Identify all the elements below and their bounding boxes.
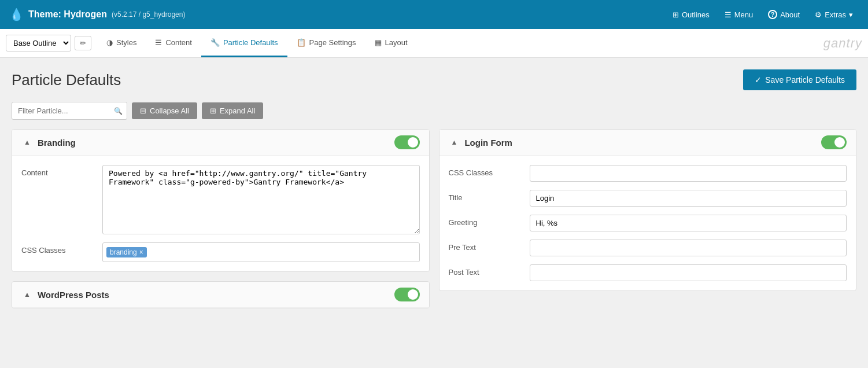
login-title-input[interactable] xyxy=(530,190,847,207)
login-pretext-input[interactable] xyxy=(530,240,847,256)
gear-icon: ⚙ xyxy=(815,10,822,19)
login-form-panel-header: ▲ Login Form xyxy=(439,130,856,156)
menu-button[interactable]: ☰ Menu xyxy=(719,7,759,23)
tab-styles-label: Styles xyxy=(116,38,136,47)
filter-row: 🔍 ⊟ Collapse All ⊞ Expand All xyxy=(12,102,856,120)
wrench-icon: 🔧 xyxy=(210,38,220,47)
outline-dropdown[interactable]: Base Outline xyxy=(6,35,71,51)
login-greeting-input[interactable] xyxy=(530,215,847,231)
login-posttext-row: Post Text xyxy=(449,264,847,281)
wordpress-posts-panel-title: WordPress Posts xyxy=(38,290,394,300)
tab-particle-defaults[interactable]: 🔧 Particle Defaults xyxy=(201,29,287,57)
panels-grid: ▲ Branding Content Powered by <a href="h… xyxy=(12,129,856,308)
up-arrow-icon-wp: ▲ xyxy=(24,290,31,299)
grid-icon: ⊞ xyxy=(673,10,679,19)
branding-content-textarea[interactable]: Powered by <a href="http://www.gantry.or… xyxy=(102,165,420,234)
login-form-panel: ▲ Login Form CSS Classes xyxy=(439,129,857,291)
wordpress-posts-toggle[interactable] xyxy=(394,288,420,301)
wordpress-posts-toggle-slider xyxy=(394,288,420,301)
branding-tag-text: branding xyxy=(110,248,137,256)
tab-styles[interactable]: ◑ Styles xyxy=(97,29,146,57)
login-greeting-row: Greeting xyxy=(449,215,847,231)
check-icon: ✓ xyxy=(755,75,762,84)
expand-all-label: Expand All xyxy=(220,106,255,115)
wordpress-posts-panel-header: ▲ WordPress Posts xyxy=(12,282,429,308)
branding-css-classes-label: CSS Classes xyxy=(21,242,102,255)
login-form-toggle[interactable] xyxy=(821,135,847,149)
collapse-all-button[interactable]: ⊟ Collapse All xyxy=(132,102,197,119)
sec-nav-tabs: ◑ Styles ☰ Content 🔧 Particle Defaults 📋… xyxy=(97,29,417,57)
branding-panel: ▲ Branding Content Powered by <a href="h… xyxy=(12,129,430,272)
branding-tag: branding × xyxy=(106,247,147,257)
extras-label: Extras xyxy=(825,10,846,19)
branding-panel-header: ▲ Branding xyxy=(12,130,429,156)
chevron-down-icon: ▾ xyxy=(849,10,853,19)
login-pretext-row: Pre Text xyxy=(449,240,847,256)
branding-content-row: Content Powered by <a href="http://www.g… xyxy=(21,165,420,234)
tab-layout-label: Layout xyxy=(385,38,408,47)
branding-content-label: Content xyxy=(21,165,102,177)
branding-collapse-button[interactable]: ▲ xyxy=(21,137,33,148)
content-icon: ☰ xyxy=(155,38,162,47)
branding-css-classes-row: CSS Classes branding × xyxy=(21,242,420,262)
gantry-logo: gantry xyxy=(823,36,862,51)
wordpress-posts-panel: ▲ WordPress Posts xyxy=(12,281,430,308)
login-title-label: Title xyxy=(449,190,530,202)
filter-input-wrapper: 🔍 xyxy=(12,102,127,120)
app-version: (v5.2.17 / g5_hydrogen) xyxy=(112,10,185,19)
login-css-classes-label: CSS Classes xyxy=(449,165,530,177)
page-icon: 📋 xyxy=(297,38,306,47)
save-button-label: Save Particle Defaults xyxy=(765,75,845,84)
about-button[interactable]: ? About xyxy=(762,6,806,23)
pencil-icon: ✏ xyxy=(80,39,86,47)
top-nav-right: ⊞ Outlines ☰ Menu ? About ⚙ Extras ▾ xyxy=(667,6,859,23)
wordpress-posts-collapse-button[interactable]: ▲ xyxy=(21,289,33,300)
page-header: Particle Defaults ✓ Save Particle Defaul… xyxy=(12,69,856,90)
expand-icon: ⊞ xyxy=(210,106,216,115)
branding-panel-title: Branding xyxy=(38,138,394,148)
main-content: Particle Defaults ✓ Save Particle Defaul… xyxy=(0,58,868,320)
about-label: About xyxy=(780,10,800,19)
login-form-panel-title: Login Form xyxy=(464,138,821,148)
top-navigation: 💧 Theme: Hydrogen (v5.2.17 / g5_hydrogen… xyxy=(0,0,868,29)
styles-icon: ◑ xyxy=(106,38,113,47)
save-particle-defaults-button[interactable]: ✓ Save Particle Defaults xyxy=(743,69,856,90)
left-column: ▲ Branding Content Powered by <a href="h… xyxy=(12,129,430,308)
expand-all-button[interactable]: ⊞ Expand All xyxy=(202,102,263,119)
login-posttext-label: Post Text xyxy=(449,264,530,277)
up-arrow-icon-lf: ▲ xyxy=(451,138,458,146)
right-column: ▲ Login Form CSS Classes xyxy=(439,129,857,308)
up-arrow-icon: ▲ xyxy=(24,138,31,146)
tab-content[interactable]: ☰ Content xyxy=(146,29,201,57)
outlines-label: Outlines xyxy=(682,10,710,19)
extras-button[interactable]: ⚙ Extras ▾ xyxy=(809,7,859,23)
app-logo: 💧 Theme: Hydrogen (v5.2.17 / g5_hydrogen… xyxy=(9,8,185,21)
edit-outline-button[interactable]: ✏ xyxy=(75,36,91,50)
login-css-classes-input[interactable] xyxy=(530,165,847,182)
outlines-button[interactable]: ⊞ Outlines xyxy=(667,7,715,23)
search-icon: 🔍 xyxy=(114,107,123,115)
branding-toggle-slider xyxy=(394,135,420,149)
page-title: Particle Defaults xyxy=(12,71,121,89)
tab-layout[interactable]: ▦ Layout xyxy=(365,29,417,57)
branding-css-classes-tag-input[interactable]: branding × xyxy=(102,242,420,262)
compress-icon: ⊟ xyxy=(140,106,146,115)
menu-icon: ☰ xyxy=(725,10,732,19)
outline-selector: Base Outline ✏ xyxy=(6,35,91,51)
collapse-all-label: Collapse All xyxy=(150,106,189,115)
login-pretext-label: Pre Text xyxy=(449,240,530,252)
question-icon: ? xyxy=(768,10,777,19)
tab-page-settings[interactable]: 📋 Page Settings xyxy=(287,29,365,57)
tab-page-settings-label: Page Settings xyxy=(309,38,356,47)
login-form-collapse-button[interactable]: ▲ xyxy=(449,137,460,148)
login-title-row: Title xyxy=(449,190,847,207)
branding-panel-body: Content Powered by <a href="http://www.g… xyxy=(12,156,429,271)
filter-particle-input[interactable] xyxy=(12,102,127,120)
login-greeting-label: Greeting xyxy=(449,215,530,227)
branding-toggle[interactable] xyxy=(394,135,420,149)
tab-particle-defaults-label: Particle Defaults xyxy=(223,38,278,47)
menu-label: Menu xyxy=(734,10,754,19)
login-posttext-input[interactable] xyxy=(530,264,847,281)
branding-tag-remove-button[interactable]: × xyxy=(139,249,143,256)
login-form-toggle-slider xyxy=(821,135,847,149)
